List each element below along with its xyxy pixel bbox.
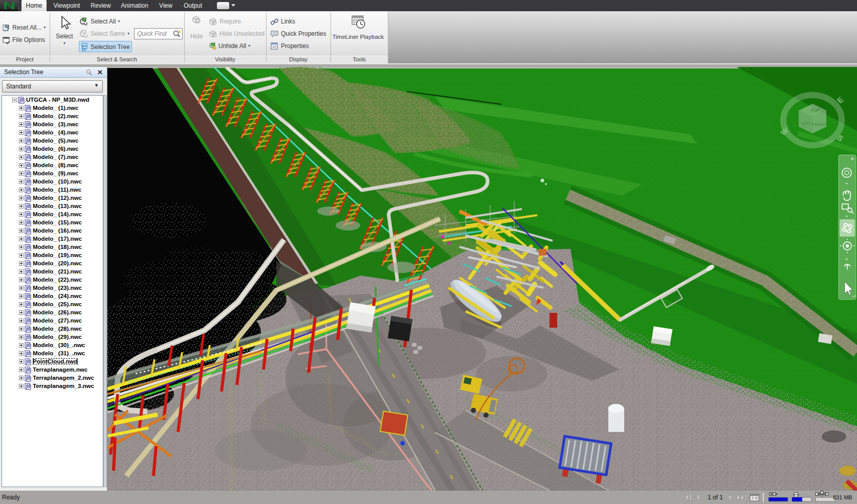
- svg-text:✕: ✕: [850, 156, 854, 162]
- svg-text:831 MB: 831 MB: [833, 494, 852, 500]
- svg-text:FRONT: FRONT: [812, 122, 826, 127]
- svg-text:TOP: TOP: [809, 108, 820, 113]
- svg-text:1 of 1: 1 of 1: [708, 494, 723, 501]
- svg-text:LEFT: LEFT: [801, 122, 810, 125]
